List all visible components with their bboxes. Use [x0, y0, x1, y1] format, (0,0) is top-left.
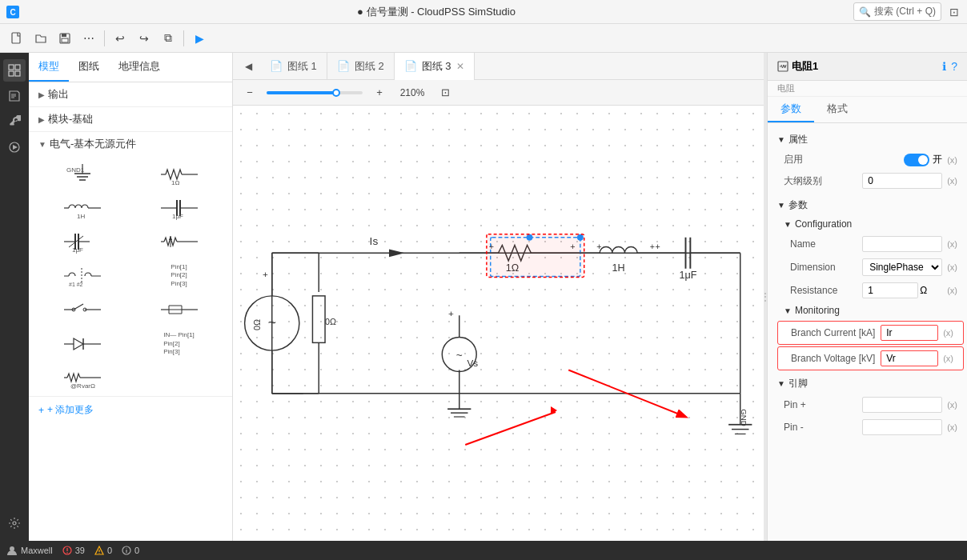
pin-minus-value — [862, 419, 942, 435]
panel-section-parameters-header[interactable]: ▼ 参数 — [768, 195, 967, 215]
icon-bar-settings[interactable] — [3, 512, 26, 534]
add-more-label: + 添加更多 — [47, 403, 94, 417]
search-placeholder: 搜索 (Ctrl + Q) — [874, 5, 936, 18]
canvas-nav-back[interactable]: ◀ — [236, 61, 260, 72]
outline-value — [862, 173, 942, 189]
component-var-capacitor[interactable]: 1μF — [35, 226, 129, 257]
icon-bar-model[interactable] — [3, 59, 26, 82]
sidebar-section-output-label: 输出 — [48, 87, 69, 102]
help-icon[interactable]: ? — [951, 60, 957, 73]
pin-minus-input[interactable] — [862, 419, 942, 435]
fit-view-button[interactable]: ⊡ — [435, 83, 455, 102]
info-icon — [122, 546, 131, 555]
name-label: Name — [790, 238, 859, 250]
config-label: Configuration — [795, 218, 852, 230]
fullscreen-icon[interactable]: ⊡ — [948, 6, 961, 18]
branch-voltage-label: Branch Voltage [kV] — [791, 353, 877, 364]
pin-minus-x-button[interactable]: (x) — [947, 422, 957, 432]
right-panel-tab-params[interactable]: 参数 — [768, 97, 814, 122]
icon-bar-run[interactable] — [3, 136, 26, 158]
panel-section-properties-header[interactable]: ▼ 属性 — [768, 130, 967, 150]
component-rvar[interactable]: @RvarΩ — [35, 362, 129, 393]
zoom-in-button[interactable]: + — [369, 83, 390, 102]
pin-plus-input[interactable] — [862, 397, 942, 413]
zoom-slider[interactable] — [267, 91, 363, 94]
copy-button[interactable]: ⧉ — [158, 28, 179, 49]
svg-text:Vs: Vs — [467, 358, 479, 368]
component-var-resistor[interactable] — [132, 226, 226, 257]
property-enabled-row: 启用 开 (x) — [768, 150, 967, 170]
right-panel-tab-format[interactable]: 格式 — [814, 97, 861, 122]
sidebar-section-electrical-header[interactable]: ▼ 电气-基本无源元件 — [29, 132, 232, 156]
canvas-toolbar: − + 210% ⊡ — [233, 80, 764, 106]
svg-text:GND1: GND1 — [66, 166, 85, 174]
right-panel-header: 电阻1 ℹ ? — [768, 53, 967, 81]
resistance-input[interactable] — [862, 282, 918, 298]
component-capacitor[interactable]: 1μF — [132, 193, 226, 223]
info-icon[interactable]: ℹ — [942, 60, 946, 73]
more-button[interactable]: ⋯ — [78, 28, 99, 49]
save-button[interactable] — [54, 28, 75, 49]
component-resistor[interactable]: 1Ω — [132, 159, 226, 190]
sidebar-section-output-header[interactable]: ▶ 输出 — [29, 82, 232, 106]
component-in-pin[interactable]: IN— Pin[1] Pin[2] Pin[3] — [132, 328, 226, 359]
open-button[interactable] — [30, 28, 51, 49]
name-x-button[interactable]: (x) — [947, 239, 957, 249]
name-input[interactable] — [862, 236, 942, 252]
branch-current-input[interactable] — [881, 325, 938, 341]
enabled-toggle[interactable]: 开 — [904, 153, 942, 166]
zoom-out-button[interactable]: − — [239, 83, 260, 102]
monitoring-header[interactable]: ▼ Monitoring — [774, 302, 967, 319]
run-button[interactable]: ▶ — [189, 28, 210, 49]
canvas-tab-1[interactable]: 📄 图纸 1 — [260, 53, 327, 80]
component-multipin[interactable]: Pin[1] Pin[2] Pin[3] — [132, 260, 226, 291]
dimension-x-button[interactable]: (x) — [947, 262, 957, 272]
component-relay[interactable] — [132, 294, 226, 325]
sidebar-section-module-header[interactable]: ▶ 模块-基础 — [29, 107, 232, 131]
component-transformer[interactable]: #1 #2 — [35, 260, 129, 291]
svg-point-15 — [13, 522, 16, 525]
svg-text:0Ω: 0Ω — [252, 319, 262, 330]
diagram-icon-3: 📄 — [404, 60, 417, 72]
sidebar-tab-model[interactable]: 模型 — [29, 53, 69, 82]
config-header[interactable]: ▼ Configuration — [774, 215, 967, 233]
resistance-x-button[interactable]: (x) — [947, 286, 957, 295]
canvas-tab-3[interactable]: 📄 图纸 3 ✕ — [395, 53, 475, 80]
outline-input[interactable] — [862, 173, 942, 189]
enabled-x-button[interactable]: (x) — [947, 155, 957, 165]
svg-marker-14 — [13, 145, 18, 150]
toggle-switch[interactable] — [904, 154, 929, 166]
svg-rect-4 — [62, 34, 66, 37]
icon-bar-diagram[interactable] — [3, 85, 26, 107]
dimension-select[interactable]: SinglePhase ThreePhase — [862, 258, 942, 276]
branch-voltage-row: Branch Voltage [kV] (x) — [777, 346, 964, 370]
branch-voltage-x-button[interactable]: (x) — [943, 354, 953, 363]
status-bar: Maxwell 39 0 0 — [0, 541, 967, 560]
panel-section-pins-header[interactable]: ▼ 引脚 — [768, 374, 967, 394]
undo-button[interactable]: ↩ — [110, 28, 130, 49]
new-button[interactable] — [6, 28, 27, 49]
canvas-main[interactable]: ~ + Is ~ Vs — [233, 106, 764, 541]
canvas-tab-2[interactable]: 📄 图纸 2 — [327, 53, 395, 80]
branch-voltage-input[interactable] — [881, 350, 938, 366]
param-dimension-row: Dimension SinglePhase ThreePhase (x) — [774, 255, 967, 279]
icon-bar-tools[interactable] — [3, 110, 26, 133]
svg-text:1μF: 1μF — [172, 213, 183, 220]
branch-current-x-button[interactable]: (x) — [943, 328, 953, 338]
outline-x-button[interactable]: (x) — [947, 176, 957, 186]
pin-plus-x-button[interactable]: (x) — [947, 400, 957, 410]
component-switch[interactable] — [35, 294, 129, 325]
redo-button[interactable]: ↪ — [134, 28, 154, 49]
component-gnd[interactable]: GND1 — [35, 159, 129, 190]
outline-label: 大纲级别 — [784, 174, 859, 188]
sidebar-tab-geo[interactable]: 地理信息 — [109, 53, 170, 82]
component-inductor[interactable]: 1H — [35, 193, 129, 223]
search-box[interactable]: 🔍 搜索 (Ctrl + Q) — [853, 2, 941, 21]
sidebar-tab-diagram[interactable]: 图纸 — [69, 53, 109, 82]
sidebar-section-output: ▶ 输出 — [29, 82, 232, 107]
error-icon — [62, 546, 72, 555]
close-tab-icon[interactable]: ✕ — [456, 61, 464, 72]
add-more-button[interactable]: + + 添加更多 — [29, 397, 232, 423]
component-diode[interactable] — [35, 328, 129, 359]
panel-header-actions: ℹ ? — [942, 60, 957, 73]
